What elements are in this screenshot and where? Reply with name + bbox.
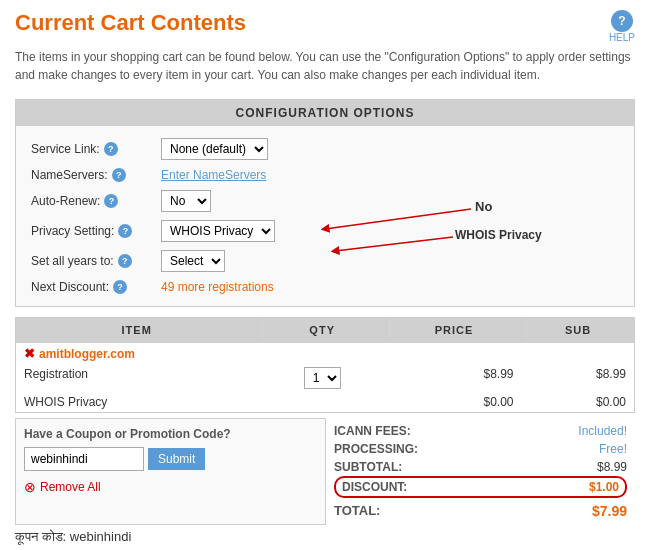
config-body: Service Link: ? None (default) NameServe… [16,126,634,306]
total-label: TOTAL: [334,503,380,519]
remove-domain-icon[interactable]: ✖ [24,346,35,361]
bottom-section: Have a Coupon or Promotion Code? Submit … [15,418,635,525]
whois-price: $0.00 [387,392,522,413]
domain-row: ✖ amitblogger.com [16,343,635,365]
privacy-setting-info-icon[interactable]: ? [118,224,132,238]
registration-price: $8.99 [387,364,522,392]
help-button[interactable]: ? [611,10,633,32]
next-discount-value: 49 more registrations [161,280,274,294]
domain-text: amitblogger.com [39,347,135,361]
page-header: Current Cart Contents ? HELP [0,0,650,48]
whois-sub: $0.00 [522,392,635,413]
col-item: ITEM [16,318,258,343]
nameservers-value: Enter NameServers [161,168,266,182]
remove-all-button[interactable]: ⊗ Remove All [24,479,101,495]
page-description: The items in your shopping cart can be f… [0,48,650,94]
coupon-label: Have a Coupon or Promotion Code? [24,427,317,441]
col-price: PRICE [387,318,522,343]
registration-row: Registration 1 2 3 $8.99 $8.99 [16,364,635,392]
coupon-box: Have a Coupon or Promotion Code? Submit … [15,418,326,525]
privacy-setting-label: Privacy Setting: ? [31,224,161,238]
nameservers-info-icon[interactable]: ? [112,168,126,182]
whois-item: WHOIS Privacy [16,392,258,413]
registration-qty: 1 2 3 [258,364,387,392]
processing-label: PROCESSING: [334,442,418,456]
page-title: Current Cart Contents [15,10,246,36]
domain-cell: ✖ amitblogger.com [16,343,635,365]
auto-renew-select[interactable]: No Yes [161,190,211,212]
table-header-row: ITEM QTY PRICE SUB [16,318,635,343]
discount-row: DISCOUNT: $1.00 [334,476,627,498]
coupon-input[interactable] [24,447,144,471]
config-box: CONFIGURATION OPTIONS Service Link: ? No… [15,99,635,307]
auto-renew-value: No Yes [161,190,211,212]
subtotal-label: SUBTOTAL: [334,460,402,474]
enter-nameservers-link[interactable]: Enter NameServers [161,168,266,182]
auto-renew-info-icon[interactable]: ? [104,194,118,208]
next-discount-text: 49 more registrations [161,280,274,294]
nameservers-row: NameServers: ? Enter NameServers [31,164,619,186]
whois-row: WHOIS Privacy $0.00 $0.00 [16,392,635,413]
service-link-row: Service Link: ? None (default) [31,134,619,164]
registration-item: Registration [16,364,258,392]
processing-row: PROCESSING: Free! [334,440,627,458]
total-row: TOTAL: $7.99 [334,501,627,521]
remove-icon: ⊗ [24,479,36,495]
col-qty: QTY [258,318,387,343]
processing-value: Free! [599,442,627,456]
icann-value: Included! [578,424,627,438]
fees-box: ICANN FEES: Included! PROCESSING: Free! … [326,418,635,525]
next-discount-label: Next Discount: ? [31,280,161,294]
help-wrap: ? HELP [609,10,635,43]
next-discount-row: Next Discount: ? 49 more registrations [31,276,619,298]
auto-renew-row: Auto-Renew: ? No Yes [31,186,619,216]
registration-qty-select[interactable]: 1 2 3 [304,367,341,389]
config-section: CONFIGURATION OPTIONS Service Link: ? No… [0,99,650,307]
service-link-label: Service Link: ? [31,142,161,156]
next-discount-info-icon[interactable]: ? [113,280,127,294]
subtotal-value: $8.99 [597,460,627,474]
domain-name: ✖ amitblogger.com [24,346,626,361]
set-all-years-row: Set all years to: ? Select 1 2 3 [31,246,619,276]
set-all-years-info-icon[interactable]: ? [118,254,132,268]
service-link-info-icon[interactable]: ? [104,142,118,156]
whois-qty [258,392,387,413]
set-all-years-label: Set all years to: ? [31,254,161,268]
subtotal-row: SUBTOTAL: $8.99 [334,458,627,476]
cart-table: ITEM QTY PRICE SUB ✖ amitblogger.com Reg… [15,317,635,413]
total-value: $7.99 [592,503,627,519]
coupon-submit-button[interactable]: Submit [148,448,205,470]
nameservers-label: NameServers: ? [31,168,161,182]
discount-value: $1.00 [589,480,619,494]
help-label: HELP [609,32,635,43]
privacy-setting-value: WHOIS Privacy None [161,220,275,242]
config-header: CONFIGURATION OPTIONS [16,100,634,126]
col-sub: SUB [522,318,635,343]
coupon-row: Submit [24,447,317,471]
set-all-years-value: Select 1 2 3 [161,250,225,272]
remove-all-label: Remove All [40,480,101,494]
discount-label: DISCOUNT: [342,480,407,494]
hindi-annotation: कूपन कोड: webinhindi [15,529,635,545]
service-link-value: None (default) [161,138,268,160]
auto-renew-label: Auto-Renew: ? [31,194,161,208]
service-link-select[interactable]: None (default) [161,138,268,160]
privacy-setting-select[interactable]: WHOIS Privacy None [161,220,275,242]
icann-row: ICANN FEES: Included! [334,422,627,440]
privacy-setting-row: Privacy Setting: ? WHOIS Privacy None [31,216,619,246]
set-all-years-select[interactable]: Select 1 2 3 [161,250,225,272]
icann-label: ICANN FEES: [334,424,411,438]
registration-sub: $8.99 [522,364,635,392]
